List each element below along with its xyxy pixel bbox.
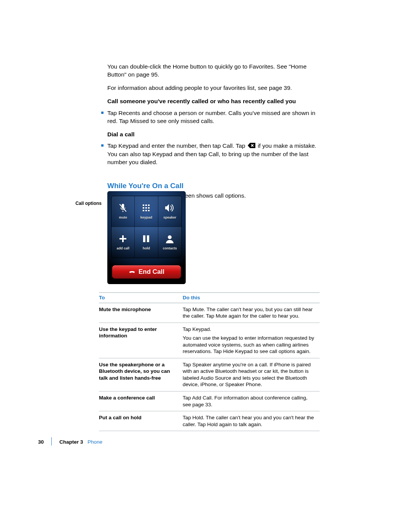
bullet-icon — [101, 144, 104, 147]
paragraph: For information about adding people to y… — [107, 84, 320, 92]
bullet-icon — [101, 112, 104, 114]
th-to: To — [99, 293, 183, 303]
bullet-text: Tap Keypad and enter the number, then ta… — [107, 142, 320, 166]
label: add call — [116, 246, 129, 251]
cell-paragraph: Tap Speaker anytime you're on a call. If… — [183, 361, 315, 388]
cell-do: Tap Mute. The caller can't hear you, but… — [183, 303, 320, 323]
svg-rect-4 — [145, 207, 147, 209]
table-row: Use the keypad to enter informationTap K… — [99, 323, 320, 358]
label: keypad — [140, 215, 152, 220]
svg-rect-3 — [143, 207, 144, 209]
cell-paragraph: Tap Keypad. — [183, 326, 315, 333]
svg-rect-10 — [147, 235, 149, 242]
svg-rect-6 — [143, 210, 144, 211]
paragraph: You can double-click the Home button to … — [107, 63, 320, 79]
page-number: 30 — [38, 439, 44, 446]
speaker-icon — [164, 203, 175, 213]
add-call-button[interactable]: add call — [112, 227, 135, 258]
th-do: Do this — [183, 293, 320, 303]
cell-paragraph: Tap Hold. The caller can't hear you and … — [183, 414, 315, 428]
chapter-label: Chapter 3 — [59, 439, 83, 445]
table-row: Use the speakerphone or a Bluetooth devi… — [99, 358, 320, 391]
backspace-icon — [248, 142, 255, 150]
manual-page: You can double-click the Home button to … — [0, 0, 411, 532]
text-run: Tap Keypad and enter the number, then ta… — [107, 142, 247, 149]
hold-button[interactable]: hold — [135, 227, 158, 258]
cell-do: Tap Hold. The caller can't hear you and … — [183, 411, 320, 431]
end-call-label: End Call — [139, 268, 164, 276]
cell-paragraph: You can use the keypad to enter informat… — [183, 335, 315, 355]
footer-chapter: Chapter 3 Phone — [59, 439, 102, 446]
call-options-grid: mute keypad speaker add call — [111, 196, 182, 258]
subhead: Dial a call — [107, 131, 320, 139]
subhead: Call someone you've recently called or w… — [107, 97, 320, 105]
mute-icon — [117, 203, 129, 213]
keypad-button[interactable]: keypad — [135, 196, 158, 227]
table-row: Make a conference callTap Add Call. For … — [99, 391, 320, 411]
cell-to: Use the speakerphone or a Bluetooth devi… — [99, 358, 183, 391]
svg-rect-0 — [143, 204, 144, 206]
keypad-icon — [140, 203, 152, 213]
svg-rect-5 — [148, 207, 150, 209]
svg-point-11 — [168, 235, 172, 239]
label: mute — [119, 215, 127, 220]
phone-hangup-icon — [129, 268, 135, 275]
svg-rect-1 — [145, 204, 147, 206]
table-row: Put a call on holdTap Hold. The caller c… — [99, 411, 320, 431]
cell-to: Put a call on hold — [99, 411, 183, 431]
svg-rect-2 — [148, 204, 150, 206]
bullet-item: Tap Keypad and enter the number, then ta… — [107, 142, 320, 166]
figure-caption: Call options — [73, 200, 102, 206]
cell-to: Mute the microphone — [99, 303, 183, 323]
chapter-name: Phone — [88, 439, 102, 445]
cell-paragraph: Tap Mute. The caller can't hear you, but… — [183, 306, 315, 320]
label: hold — [143, 246, 150, 251]
bullet-text: Tap Recents and choose a person or numbe… — [107, 109, 320, 125]
cell-to: Use the keypad to enter information — [99, 323, 183, 358]
cell-do: Tap Add Call. For information about conf… — [183, 391, 320, 411]
footer-divider — [51, 437, 52, 446]
options-table: To Do this Mute the microphoneTap Mute. … — [99, 292, 320, 431]
cell-paragraph: Tap Add Call. For information about conf… — [183, 395, 315, 408]
table-row: Mute the microphoneTap Mute. The caller … — [99, 303, 320, 323]
label: contacts — [163, 246, 177, 251]
pause-icon — [140, 234, 152, 244]
svg-rect-7 — [145, 210, 147, 211]
page-footer: 30 Chapter 3 Phone — [38, 439, 102, 446]
label: speaker — [163, 215, 176, 220]
speaker-button[interactable]: speaker — [158, 196, 182, 227]
plus-icon — [117, 234, 129, 244]
svg-rect-9 — [143, 235, 145, 242]
bullet-item: Tap Recents and choose a person or numbe… — [107, 109, 320, 125]
cell-do: Tap Keypad.You can use the keypad to ent… — [183, 323, 320, 358]
contacts-button[interactable]: contacts — [158, 227, 182, 258]
end-call-button[interactable]: End Call — [112, 265, 181, 279]
cell-do: Tap Speaker anytime you're on a call. If… — [183, 358, 320, 391]
person-icon — [164, 234, 175, 244]
call-screen: mute keypad speaker add call — [107, 191, 186, 284]
svg-rect-8 — [148, 210, 150, 211]
body-text: You can double-click the Home button to … — [107, 63, 320, 204]
section-heading: While You're On a Call — [107, 181, 320, 191]
cell-to: Make a conference call — [99, 391, 183, 411]
mute-button[interactable]: mute — [112, 196, 135, 227]
